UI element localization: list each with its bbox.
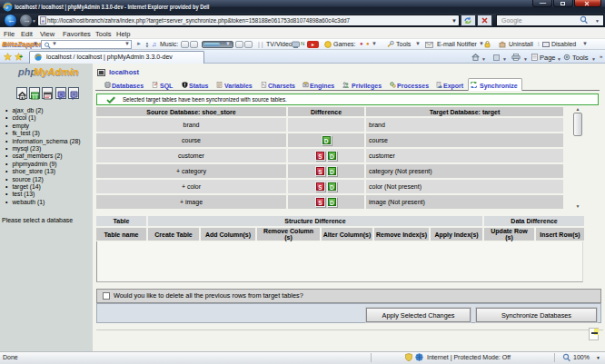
svg-text:e: e [5,4,8,11]
svg-text:b: b [264,84,266,88]
